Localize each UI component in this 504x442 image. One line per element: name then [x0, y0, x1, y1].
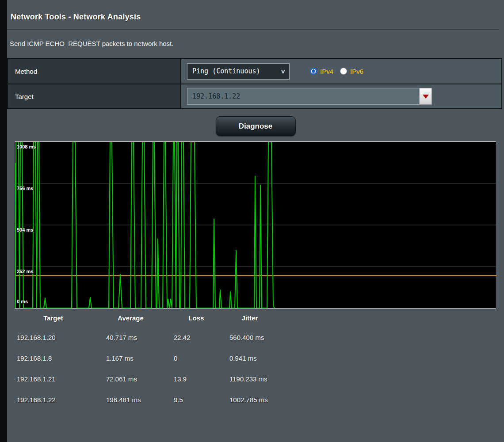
cell-average: 1.167 ms — [92, 354, 169, 362]
cell-loss: 22.42 — [169, 334, 223, 341]
cell-loss: 9.5 — [169, 396, 223, 404]
method-select[interactable]: Ping (Continuous) ∨ — [187, 63, 290, 80]
cell-average: 72.061 ms — [92, 375, 169, 383]
cell-loss: 13.9 — [169, 375, 223, 383]
target-combo — [187, 88, 432, 105]
cell-jitter: 560.400 ms — [223, 334, 276, 341]
method-value-cell: Ping (Continuous) ∨ IPv4IPv6 — [181, 59, 501, 84]
target-value-cell — [181, 84, 501, 108]
chevron-down-icon: ∨ — [280, 68, 285, 75]
cell-target: 192.168.1.22 — [15, 396, 92, 404]
ping-chart: 0 ms252 ms504 ms756 ms1008 ms — [15, 141, 496, 309]
target-input[interactable] — [187, 88, 419, 105]
cell-loss: 0 — [169, 354, 223, 362]
target-label: Target — [8, 84, 181, 108]
column-header-jitter: Jitter — [223, 314, 276, 322]
cell-target: 192.168.1.20 — [15, 334, 92, 341]
title-divider — [7, 29, 499, 30]
target-dropdown-button[interactable] — [419, 88, 432, 105]
results-body: 192.168.1.2040.717 ms22.42560.400 ms192.… — [15, 327, 280, 410]
y-axis-tick-label: 504 ms — [17, 227, 33, 232]
diagnose-button[interactable]: Diagnose — [216, 116, 296, 136]
page-description: Send ICMP ECHO_REQUEST packets to networ… — [10, 40, 504, 47]
ip-option-ipv6[interactable]: IPv6 — [340, 68, 363, 75]
y-axis-tick-label: 252 ms — [17, 269, 33, 274]
cell-target: 192.168.1.8 — [15, 354, 92, 362]
ping-chart-plot — [15, 142, 496, 308]
column-header-loss: Loss — [169, 314, 223, 322]
ip-option-label: IPv6 — [350, 68, 363, 75]
ip-version-options: IPv4IPv6 — [310, 68, 363, 75]
diagnostic-form: Method Ping (Continuous) ∨ IPv4IPv6 Targ… — [7, 58, 502, 109]
radio-icon-ipv4[interactable] — [310, 68, 317, 75]
method-selected-option: Ping (Continuous) — [192, 67, 260, 75]
table-row: 192.168.1.81.167 ms00.941 ms — [15, 348, 280, 369]
table-row: 192.168.1.2172.061 ms13.91190.233 ms — [15, 369, 280, 389]
diagnose-row: Diagnose — [7, 116, 504, 136]
column-header-average: Average — [92, 314, 169, 322]
table-row: 192.168.1.22196.481 ms9.51002.785 ms — [15, 389, 280, 410]
ip-option-label: IPv4 — [320, 68, 333, 75]
target-row: Target — [8, 84, 501, 108]
results-header: TargetAverageLossJitter — [15, 314, 280, 322]
method-label: Method — [8, 59, 181, 84]
y-axis-tick-label: 1008 ms — [17, 144, 36, 149]
radio-icon-ipv6[interactable] — [340, 68, 347, 75]
cell-target: 192.168.1.21 — [15, 375, 92, 383]
table-row: 192.168.1.2040.717 ms22.42560.400 ms — [15, 327, 280, 348]
cell-jitter: 1002.785 ms — [223, 396, 276, 404]
cell-jitter: 0.941 ms — [223, 354, 276, 362]
triangle-down-icon — [423, 95, 429, 99]
network-tools-panel: Network Tools - Network Analysis Send IC… — [7, 0, 504, 442]
page-title: Network Tools - Network Analysis — [11, 12, 504, 22]
y-axis-tick-label: 756 ms — [17, 186, 33, 191]
cell-average: 40.717 ms — [92, 334, 169, 341]
ip-option-ipv4[interactable]: IPv4 — [310, 68, 333, 75]
cell-jitter: 1190.233 ms — [223, 375, 276, 383]
method-row: Method Ping (Continuous) ∨ IPv4IPv6 — [8, 59, 501, 84]
y-axis-tick-label: 0 ms — [17, 299, 28, 304]
cell-average: 196.481 ms — [92, 396, 169, 404]
results-table: TargetAverageLossJitter 192.168.1.2040.7… — [15, 314, 280, 410]
column-header-target: Target — [15, 314, 92, 322]
